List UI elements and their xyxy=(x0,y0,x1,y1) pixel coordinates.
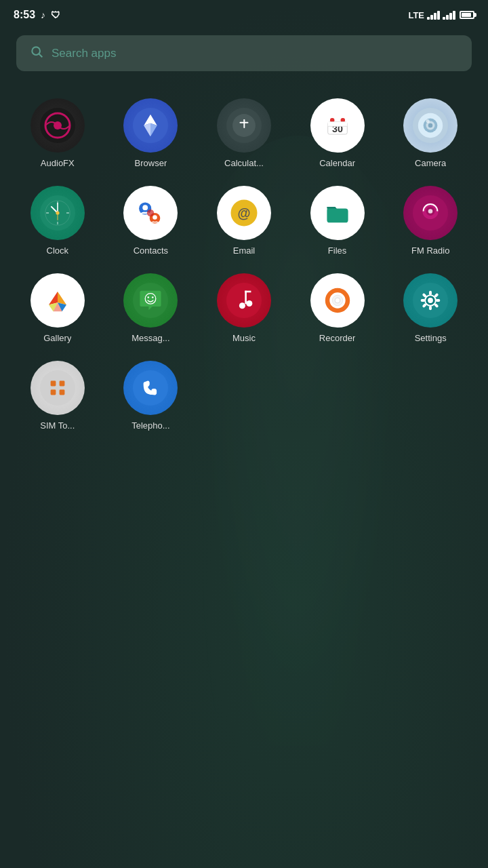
svg-rect-75 xyxy=(429,306,432,311)
app-icon-settings xyxy=(403,273,458,328)
svg-point-59 xyxy=(148,296,150,298)
app-icon-audiofx xyxy=(30,98,85,153)
svg-point-61 xyxy=(226,283,262,318)
app-item-calendar[interactable]: 30 Calendar xyxy=(291,93,384,174)
svg-rect-86 xyxy=(59,390,64,395)
status-left: 8:53 ♪ 🛡 xyxy=(14,9,60,21)
app-icon-files xyxy=(310,186,365,240)
app-item-music[interactable]: Music xyxy=(197,268,291,349)
app-label-gallery: Gallery xyxy=(43,333,71,343)
app-label-files: Files xyxy=(328,245,346,256)
svg-rect-74 xyxy=(429,291,432,296)
status-bar: 8:53 ♪ 🛡 LTE xyxy=(0,0,488,27)
app-item-camera[interactable]: Camera xyxy=(384,93,477,174)
app-label-contacts: Contacts xyxy=(134,245,168,256)
app-label-calculator: Calculat... xyxy=(224,158,264,168)
vpn-icon: 🛡 xyxy=(51,9,60,20)
app-item-clock[interactable]: Clock xyxy=(11,180,104,261)
svg-point-41 xyxy=(153,215,158,220)
app-label-audiofx: AudioFX xyxy=(41,158,75,168)
app-item-browser[interactable]: Browser xyxy=(104,93,198,174)
app-item-calculator[interactable]: Calculat... xyxy=(197,93,291,174)
app-icon-browser xyxy=(123,98,178,153)
app-item-recorder[interactable]: Recorder xyxy=(291,268,384,349)
svg-point-82 xyxy=(40,370,75,406)
app-item-contacts[interactable]: Contacts xyxy=(104,180,198,261)
app-item-telephone[interactable]: Telepho... xyxy=(104,355,198,436)
app-icon-calendar: 30 xyxy=(310,98,365,153)
app-icon-simtoolkit xyxy=(30,361,85,415)
app-item-fmradio[interactable]: FM Radio xyxy=(384,180,477,261)
svg-point-25 xyxy=(428,123,433,128)
app-icon-email: @ xyxy=(217,186,271,240)
app-item-files[interactable]: Files xyxy=(291,180,384,261)
svg-point-58 xyxy=(146,294,157,304)
app-grid: AudioFX Browser Calculat... xyxy=(0,79,488,450)
svg-text:@: @ xyxy=(237,205,250,220)
search-placeholder: Search apps xyxy=(52,47,116,60)
svg-rect-13 xyxy=(243,119,245,128)
app-icon-contacts xyxy=(123,186,178,240)
app-label-browser: Browser xyxy=(135,158,167,168)
svg-point-60 xyxy=(152,296,154,298)
app-label-email: Email xyxy=(233,245,256,256)
signal-icon-2 xyxy=(443,10,455,20)
svg-point-62 xyxy=(239,302,245,309)
app-label-telephone: Telepho... xyxy=(131,420,169,431)
app-label-simtoolkit: SIM To... xyxy=(40,420,75,431)
app-icon-camera xyxy=(403,98,458,153)
svg-rect-65 xyxy=(245,291,251,293)
svg-rect-85 xyxy=(50,390,56,395)
svg-point-0 xyxy=(32,47,40,55)
app-item-messages[interactable]: Messag... xyxy=(104,268,198,349)
svg-rect-76 xyxy=(421,299,426,302)
app-icon-music xyxy=(217,273,271,328)
app-item-audiofx[interactable]: AudioFX xyxy=(11,93,104,174)
app-label-messages: Messag... xyxy=(131,333,169,343)
app-icon-fmradio xyxy=(403,186,458,240)
app-icon-gallery xyxy=(30,273,85,328)
svg-point-73 xyxy=(428,298,433,303)
app-item-email[interactable]: @ Email xyxy=(197,180,291,261)
svg-rect-84 xyxy=(59,381,64,387)
signal-icon xyxy=(427,10,440,20)
app-icon-messages xyxy=(123,273,178,328)
svg-rect-64 xyxy=(245,291,247,304)
clock-time: 8:53 xyxy=(14,9,35,21)
svg-rect-77 xyxy=(436,299,441,302)
app-item-simtoolkit[interactable]: SIM To... xyxy=(11,355,104,436)
app-icon-recorder xyxy=(310,273,365,328)
svg-rect-83 xyxy=(50,381,56,387)
lte-label: LTE xyxy=(408,10,424,20)
svg-point-63 xyxy=(246,300,252,307)
app-icon-clock xyxy=(30,186,85,240)
svg-rect-19 xyxy=(327,122,347,127)
app-label-recorder: Recorder xyxy=(319,333,355,343)
music-icon: ♪ xyxy=(41,9,45,20)
app-icon-calculator xyxy=(217,98,271,153)
search-bar[interactable]: Search apps xyxy=(16,35,472,71)
app-label-clock: Clock xyxy=(47,245,69,256)
status-right: LTE xyxy=(408,10,474,20)
app-label-fmradio: FM Radio xyxy=(411,245,449,256)
svg-point-50 xyxy=(428,209,433,214)
svg-point-26 xyxy=(426,119,430,123)
app-label-calendar: Calendar xyxy=(319,158,355,168)
app-label-camera: Camera xyxy=(415,158,446,168)
battery-icon xyxy=(460,11,474,19)
search-icon xyxy=(30,45,43,62)
app-label-music: Music xyxy=(232,333,256,343)
svg-line-1 xyxy=(39,54,43,58)
svg-point-42 xyxy=(147,210,154,216)
app-label-settings: Settings xyxy=(415,333,447,343)
svg-point-87 xyxy=(133,370,168,406)
svg-point-39 xyxy=(143,205,148,210)
svg-point-70 xyxy=(335,298,340,303)
app-item-gallery[interactable]: Gallery xyxy=(11,268,104,349)
app-icon-telephone xyxy=(123,361,178,415)
search-container: Search apps xyxy=(0,27,488,79)
app-item-settings[interactable]: Settings xyxy=(384,268,477,349)
